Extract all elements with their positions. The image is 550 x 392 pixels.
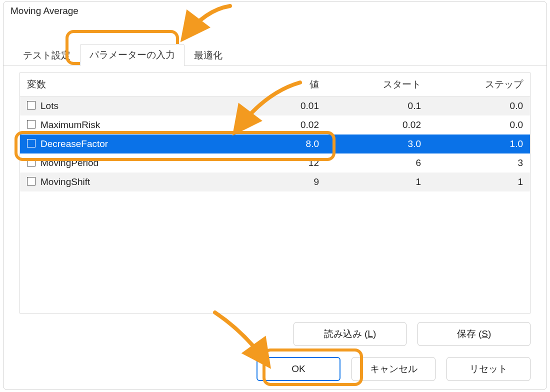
cell-variable[interactable]: MovingShift — [20, 172, 224, 192]
cell-start[interactable]: 1 — [326, 172, 428, 192]
cell-variable[interactable]: MaximumRisk — [20, 116, 224, 134]
save-button[interactable]: 保存 (S) — [418, 322, 530, 346]
parameters-table[interactable]: 変数 値 スタート ステップ Lots0.010.10.0MaximumRisk… — [20, 73, 530, 192]
cell-step[interactable]: 3 — [428, 154, 530, 172]
variable-name: Lots — [40, 100, 58, 111]
tab-parameter-input[interactable]: パラメーターの入力 — [80, 44, 184, 66]
cell-step[interactable]: 0.0 — [428, 96, 530, 116]
variable-name: MaximumRisk — [40, 120, 100, 130]
parameters-table-container: 変数 値 スタート ステップ Lots0.010.10.0MaximumRisk… — [20, 72, 530, 314]
checkbox-icon[interactable] — [27, 158, 36, 166]
checkbox-icon[interactable] — [27, 120, 36, 128]
variable-name: MovingPeriod — [40, 158, 98, 168]
cell-step[interactable]: 0.0 — [428, 116, 530, 134]
load-button-label: 読み込み (L) — [324, 328, 376, 340]
variable-name: MovingShift — [40, 176, 90, 187]
window-title: Moving Average — [4, 2, 546, 18]
cell-start[interactable]: 0.02 — [326, 116, 428, 134]
cell-value[interactable]: 8.0 — [224, 134, 326, 154]
table-row[interactable]: MovingShift911 — [20, 172, 530, 192]
table-row[interactable]: Lots0.010.10.0 — [20, 96, 530, 116]
button-row-bottom: OK キャンセル リセット — [256, 357, 530, 381]
cell-variable[interactable]: MovingPeriod — [20, 154, 224, 172]
table-row[interactable]: MaximumRisk0.020.020.0 — [20, 116, 530, 134]
cell-value[interactable]: 0.02 — [224, 116, 326, 134]
checkbox-icon[interactable] — [27, 177, 36, 186]
tab-optimization[interactable]: 最適化 — [184, 44, 232, 66]
ok-button[interactable]: OK — [256, 357, 340, 381]
col-start[interactable]: スタート — [326, 73, 428, 96]
tabstrip: テスト設定 パラメーターの入力 最適化 — [4, 18, 546, 66]
cell-variable[interactable]: Lots — [20, 96, 224, 116]
cell-value[interactable]: 9 — [224, 172, 326, 192]
dialog-window: Moving Average テスト設定 パラメーターの入力 最適化 変数 値 … — [3, 1, 547, 390]
table-row[interactable]: MovingPeriod1263 — [20, 154, 530, 172]
checkbox-icon[interactable] — [27, 101, 36, 110]
cell-start[interactable]: 3.0 — [326, 134, 428, 154]
table-row[interactable]: DecreaseFactor8.03.01.0 — [20, 134, 530, 154]
cell-value[interactable]: 12 — [224, 154, 326, 172]
cancel-button[interactable]: キャンセル — [352, 357, 436, 381]
variable-name: DecreaseFactor — [40, 138, 108, 149]
cell-start[interactable]: 0.1 — [326, 96, 428, 116]
button-row-top: 読み込み (L) 保存 (S) — [294, 322, 530, 346]
col-variable[interactable]: 変数 — [20, 73, 224, 96]
cell-start[interactable]: 6 — [326, 154, 428, 172]
cell-value[interactable]: 0.01 — [224, 96, 326, 116]
reset-button[interactable]: リセット — [446, 357, 530, 381]
cell-variable[interactable]: DecreaseFactor — [20, 134, 224, 154]
cell-step[interactable]: 1 — [428, 172, 530, 192]
col-value[interactable]: 値 — [224, 73, 326, 96]
cell-step[interactable]: 1.0 — [428, 134, 530, 154]
col-step[interactable]: ステップ — [428, 73, 530, 96]
save-button-label: 保存 (S) — [457, 328, 492, 340]
load-button[interactable]: 読み込み (L) — [294, 322, 406, 346]
checkbox-icon[interactable] — [27, 139, 36, 148]
tab-test-settings[interactable]: テスト設定 — [14, 44, 80, 66]
